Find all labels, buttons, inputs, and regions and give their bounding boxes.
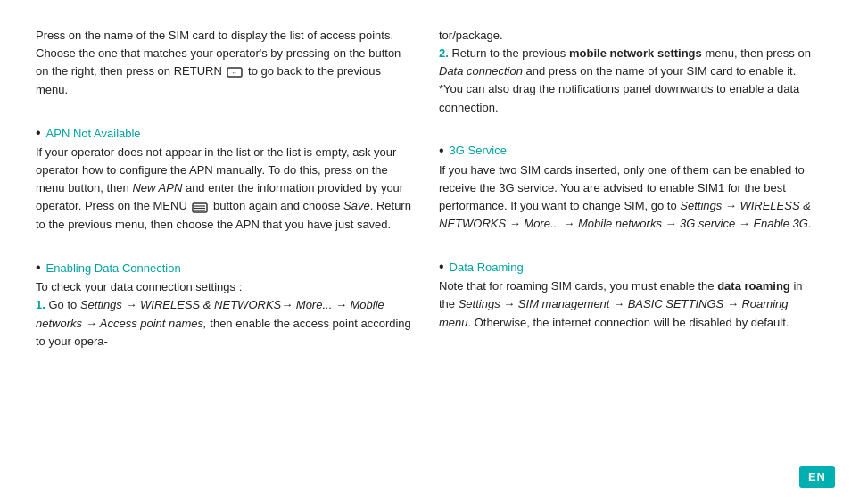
3g-service-section: • 3G Service If you have two SIM cards i… [439, 131, 815, 234]
continuation-text: tor/package. 2. Return to the previous m… [439, 27, 815, 117]
3g-title: 3G Service [450, 144, 507, 157]
data-roaming-section: • Data Roaming Note that for roaming SIM… [439, 247, 815, 331]
3g-body: If you have two SIM cards inserted, only… [439, 161, 815, 234]
intro-section: Press on the name of the SIM card to dis… [36, 27, 412, 99]
svg-text:←: ← [232, 70, 238, 76]
step1-path: Settings → WIRELESS & NETWORKS→ More... … [36, 298, 384, 329]
roaming-bullet-heading: • Data Roaming [439, 260, 815, 274]
enabling-data-section: • Enabling Data Connection To check your… [36, 248, 412, 351]
save-italic: Save [343, 199, 370, 212]
continuation-section: tor/package. 2. Return to the previous m… [439, 27, 815, 117]
apn-bullet-heading: • APN Not Available [36, 126, 412, 140]
menu-icon [192, 198, 208, 216]
roaming-title: Data Roaming [450, 260, 524, 274]
roaming-body: Note that for roaming SIM cards, you mus… [439, 277, 815, 331]
3g-path: Settings → WIRELESS & NETWORKS → More...… [439, 199, 811, 230]
page: Press on the name of the SIM card to dis… [0, 0, 851, 504]
enabling-body: To check your data connection settings :… [36, 278, 412, 351]
intro-text: Press on the name of the SIM card to dis… [36, 27, 412, 99]
return-icon: ← [227, 63, 243, 81]
apn-not-available-section: • APN Not Available If your operator doe… [36, 113, 412, 234]
bullet-dot-4: • [439, 260, 444, 274]
bullet-dot-2: • [36, 260, 41, 275]
mobile-network-bold: mobile network settings [569, 46, 702, 60]
step2-num: 2. [439, 46, 449, 60]
en-badge: EN [799, 466, 835, 488]
left-column: Press on the name of the SIM card to dis… [36, 27, 412, 477]
new-apn-italic: New APN [132, 181, 182, 194]
data-roaming-bold: data roaming [717, 279, 790, 293]
apn-title: APN Not Available [46, 127, 141, 140]
apn-body: If your operator does not appear in the … [36, 144, 412, 234]
roaming-path: Settings → SIM management → BASIC SETTIN… [439, 297, 789, 328]
bullet-dot-1: • [36, 126, 41, 140]
step1-num: 1. [36, 298, 45, 311]
enabling-title: Enabling Data Connection [46, 261, 181, 275]
data-connection-italic: Data connection [439, 64, 523, 78]
bullet-dot-3: • [439, 144, 444, 158]
right-column: tor/package. 2. Return to the previous m… [439, 27, 815, 477]
enabling-bullet-heading: • Enabling Data Connection [36, 260, 412, 275]
3g-bullet-heading: • 3G Service [439, 144, 815, 158]
